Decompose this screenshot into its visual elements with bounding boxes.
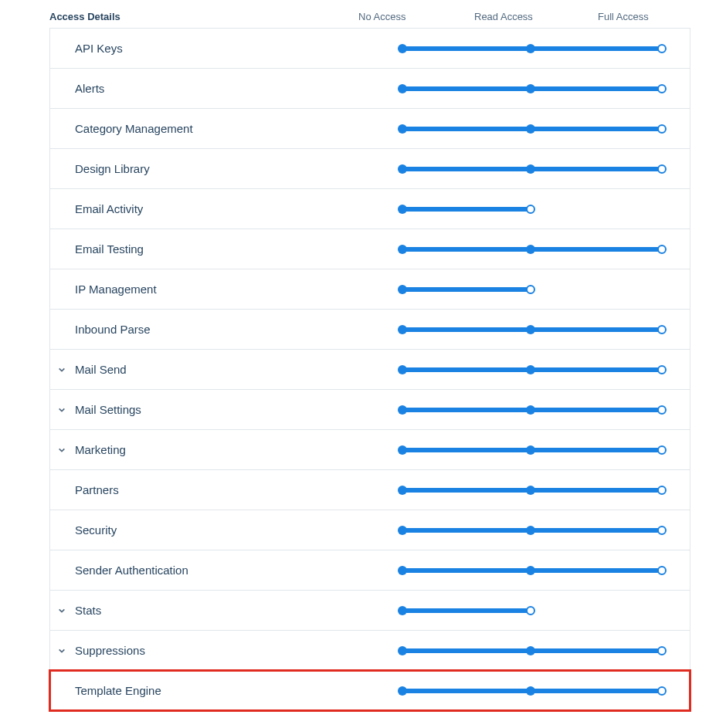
permission-slider[interactable]: [402, 245, 662, 254]
access-details-title: Access Details: [49, 11, 120, 22]
slider-handle[interactable]: [657, 84, 667, 93]
slider-stop-read[interactable]: [526, 646, 535, 655]
slider-stop-noaccess[interactable]: [398, 84, 407, 93]
chevron-down-icon[interactable]: [58, 607, 66, 615]
slider-stop-noaccess[interactable]: [398, 445, 407, 455]
permission-slider[interactable]: [402, 124, 662, 134]
permission-label: Marketing: [75, 443, 402, 456]
slider-handle[interactable]: [657, 245, 667, 254]
slider-stop-noaccess[interactable]: [398, 566, 407, 575]
permission-row-category-management: Category Management: [49, 108, 690, 149]
slider-stop-noaccess[interactable]: [398, 365, 407, 374]
slider-stop-noaccess[interactable]: [398, 285, 407, 294]
slider-stop-read[interactable]: [526, 84, 535, 93]
permission-row-email-testing: Email Testing: [49, 229, 690, 269]
slider-stop-noaccess[interactable]: [398, 325, 407, 334]
permission-label: Alerts: [75, 82, 402, 95]
chevron-down-icon[interactable]: [58, 446, 66, 454]
permission-label: Inbound Parse: [75, 323, 402, 336]
slider-handle[interactable]: [657, 646, 667, 655]
slider-handle[interactable]: [526, 285, 535, 294]
slider-handle[interactable]: [657, 325, 667, 334]
slider-stop-noaccess[interactable]: [398, 205, 407, 214]
permission-row-inbound-parse: Inbound Parse: [49, 309, 690, 350]
column-noaccess-label: No Access: [358, 11, 405, 22]
slider-handle[interactable]: [657, 405, 667, 415]
permission-label: API Keys: [75, 42, 402, 55]
permission-row-marketing: Marketing: [49, 429, 690, 470]
permission-label: Sender Authentication: [75, 564, 402, 577]
slider-stop-read[interactable]: [526, 325, 535, 334]
slider-handle[interactable]: [657, 486, 667, 495]
slider-handle[interactable]: [526, 205, 535, 214]
access-details-header: Access Details No Access Read Access Ful…: [49, 6, 690, 26]
slider-stop-read[interactable]: [526, 566, 535, 575]
slider-stop-read[interactable]: [526, 486, 535, 495]
chevron-down-icon[interactable]: [58, 366, 66, 374]
permission-label: Partners: [75, 483, 402, 496]
permission-slider[interactable]: [402, 486, 662, 495]
permission-slider[interactable]: [402, 566, 662, 575]
permission-slider[interactable]: [402, 526, 662, 535]
slider-stop-read[interactable]: [526, 164, 535, 174]
permission-label: Security: [75, 523, 402, 537]
slider-stop-noaccess[interactable]: [398, 164, 407, 174]
slider-stop-read[interactable]: [526, 445, 535, 455]
permission-label: Stats: [75, 604, 402, 617]
slider-handle[interactable]: [657, 124, 667, 134]
permission-row-mail-settings: Mail Settings: [49, 389, 690, 430]
permission-slider[interactable]: [402, 646, 662, 655]
permission-row-security: Security: [49, 510, 690, 550]
permission-label: Mail Send: [75, 363, 402, 376]
permission-slider[interactable]: [402, 365, 662, 374]
chevron-down-icon[interactable]: [58, 406, 66, 414]
slider-stop-noaccess[interactable]: [398, 245, 407, 254]
slider-stop-noaccess[interactable]: [398, 606, 407, 615]
slider-stop-noaccess[interactable]: [398, 405, 407, 415]
slider-stop-read[interactable]: [526, 44, 535, 53]
permission-slider[interactable]: [402, 164, 662, 174]
permission-row-partners: Partners: [49, 469, 690, 510]
slider-stop-read[interactable]: [526, 124, 535, 134]
permission-slider[interactable]: [402, 606, 662, 615]
permission-slider[interactable]: [402, 205, 662, 214]
slider-handle[interactable]: [657, 445, 667, 455]
slider-stop-read[interactable]: [526, 245, 535, 254]
permission-slider[interactable]: [402, 84, 662, 93]
slider-stop-noaccess[interactable]: [398, 486, 407, 495]
slider-handle[interactable]: [657, 566, 667, 575]
column-full-label: Full Access: [598, 11, 649, 22]
permission-label: Email Testing: [75, 242, 402, 256]
slider-handle[interactable]: [657, 686, 667, 696]
slider-stop-noaccess[interactable]: [398, 124, 407, 134]
permission-label: Design Library: [75, 162, 402, 175]
slider-handle[interactable]: [657, 365, 667, 374]
permission-slider[interactable]: [402, 405, 662, 415]
permission-label: Category Management: [75, 122, 402, 135]
permission-row-suppressions: Suppressions: [49, 630, 690, 671]
permission-slider[interactable]: [402, 44, 662, 53]
slider-stop-read[interactable]: [526, 405, 535, 415]
slider-stop-noaccess[interactable]: [398, 686, 407, 696]
permission-row-sender-authentication: Sender Authentication: [49, 550, 690, 591]
slider-stop-read[interactable]: [526, 526, 535, 535]
permission-slider[interactable]: [402, 285, 662, 294]
permission-label: Mail Settings: [75, 403, 402, 416]
slider-stop-read[interactable]: [526, 365, 535, 374]
slider-handle[interactable]: [657, 526, 667, 535]
permission-slider[interactable]: [402, 686, 662, 696]
slider-stop-read[interactable]: [526, 686, 535, 696]
chevron-down-icon[interactable]: [58, 647, 66, 655]
permission-slider[interactable]: [402, 325, 662, 334]
slider-handle[interactable]: [657, 164, 667, 174]
permission-slider[interactable]: [402, 445, 662, 455]
permission-row-alerts: Alerts: [49, 68, 690, 109]
slider-handle[interactable]: [526, 606, 535, 615]
slider-stop-noaccess[interactable]: [398, 526, 407, 535]
permission-label: IP Management: [75, 283, 402, 296]
slider-stop-noaccess[interactable]: [398, 44, 407, 53]
slider-stop-noaccess[interactable]: [398, 646, 407, 655]
permission-label: Suppressions: [75, 644, 402, 657]
slider-handle[interactable]: [657, 44, 667, 53]
permission-row-design-library: Design Library: [49, 148, 690, 189]
